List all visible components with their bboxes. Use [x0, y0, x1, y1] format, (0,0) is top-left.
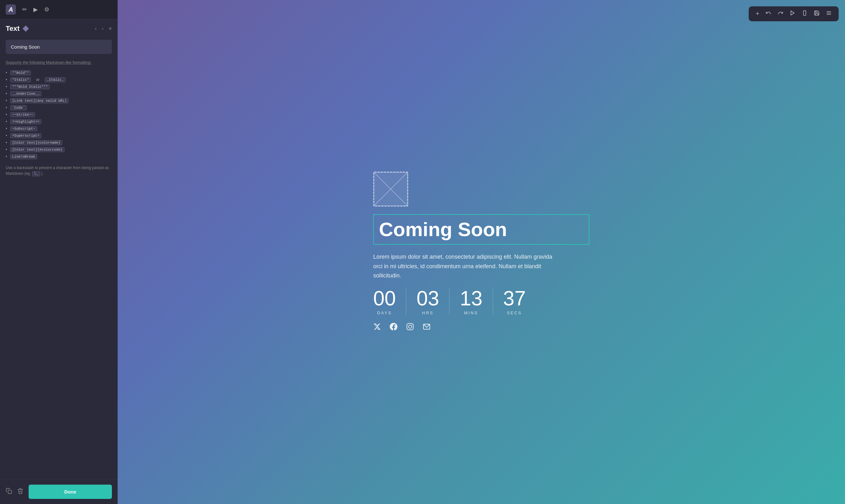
- code-chip: ^Superscript^: [10, 133, 41, 138]
- sidebar: A ✏ ▶ ⚙ Text ‹ › × Supports the followin…: [0, 0, 118, 504]
- description-text: Lorem ipsum dolor sit amet, consectetur …: [373, 252, 558, 281]
- code-chip: __Underline__: [10, 91, 41, 96]
- list-item: [Link text](any valid URL): [6, 98, 112, 103]
- code-chip: ~~Strike~~: [10, 112, 35, 117]
- mobile-preview-button[interactable]: [799, 9, 810, 19]
- next-button[interactable]: ›: [101, 25, 105, 32]
- list-item: __Underline__: [6, 91, 112, 96]
- list-item: ***Bold Italic***: [6, 84, 112, 89]
- redo-button[interactable]: [775, 9, 786, 19]
- text-content-input[interactable]: [6, 40, 112, 54]
- gear-icon[interactable]: ⚙: [44, 6, 49, 13]
- svg-line-8: [374, 172, 408, 206]
- sidebar-topbar: A ✏ ▶ ⚙: [0, 0, 118, 19]
- save-button[interactable]: [811, 9, 822, 19]
- nav-arrows: ‹ › ×: [94, 25, 112, 32]
- list-item: [Color text]{colorname}: [6, 140, 112, 145]
- menu-button[interactable]: [823, 9, 834, 19]
- code-chip: [Color text]{#colorcode}: [10, 147, 64, 152]
- svg-rect-0: [8, 490, 12, 494]
- list-item: `Code`: [6, 105, 112, 110]
- canvas: Coming Soon Lorem ipsum dolor sit amet, …: [118, 0, 845, 504]
- panel-title-text: Text: [6, 24, 20, 33]
- email-icon[interactable]: [423, 323, 430, 332]
- code-chip: ***Bold Italic***: [10, 84, 50, 89]
- delete-icon[interactable]: [17, 488, 23, 496]
- app-logo: A: [6, 4, 16, 15]
- countdown-secs: 37 SECS: [493, 288, 536, 315]
- hrs-label: HRS: [422, 310, 434, 315]
- secs-label: SECS: [507, 310, 522, 315]
- svg-point-11: [412, 325, 412, 325]
- code-chip: ~Subscript~: [10, 126, 37, 131]
- code-chip: **Bold**: [10, 70, 31, 75]
- coming-soon-block[interactable]: Coming Soon: [373, 214, 589, 245]
- placeholder-image[interactable]: [373, 172, 408, 206]
- instagram-icon[interactable]: [406, 323, 414, 332]
- canvas-content: Coming Soon Lorem ipsum dolor sit amet, …: [373, 172, 589, 332]
- twitter-icon[interactable]: [373, 323, 381, 332]
- countdown-mins: 13 MINS: [450, 288, 493, 315]
- prev-button[interactable]: ‹: [94, 25, 98, 32]
- panel-title: Text: [6, 24, 28, 33]
- backslash-code: \_: [32, 171, 40, 176]
- list-item: ==Highlight==: [6, 119, 112, 124]
- hrs-number: 03: [417, 288, 439, 309]
- play-button[interactable]: [787, 9, 798, 19]
- countdown-hrs: 03 HRS: [406, 288, 450, 315]
- panel-header: Text ‹ › ×: [0, 19, 118, 36]
- add-button[interactable]: +: [753, 9, 762, 18]
- mins-label: MINS: [464, 310, 478, 315]
- play-icon-sidebar[interactable]: ▶: [33, 6, 38, 13]
- svg-marker-1: [791, 11, 794, 15]
- svg-rect-9: [407, 324, 413, 330]
- svg-line-7: [374, 172, 408, 206]
- secs-number: 37: [503, 288, 526, 309]
- markdown-list: **Bold** *Italic* or _Italic_ ***Bold It…: [6, 70, 112, 159]
- list-item: **Bold**: [6, 70, 112, 75]
- done-button[interactable]: Done: [29, 485, 112, 499]
- list-item: ~~Strike~~: [6, 112, 112, 117]
- mins-number: 13: [460, 288, 482, 309]
- countdown: 00 DAYS 03 HRS 13 MINS 37 SECS: [373, 288, 536, 315]
- code-chip: *Italic*: [10, 77, 31, 82]
- code-chip: [Link text](any valid URL): [10, 98, 69, 103]
- coming-soon-title: Coming Soon: [379, 219, 584, 240]
- list-item: ^Superscript^: [6, 133, 112, 138]
- code-chip: _Italic_: [45, 77, 66, 82]
- undo-button[interactable]: [763, 9, 774, 19]
- days-number: 00: [373, 288, 396, 309]
- code-chip: [Color text]{colorname}: [10, 140, 62, 145]
- list-item: *Italic* or _Italic_: [6, 77, 112, 82]
- list-item: ~Subscript~: [6, 126, 112, 131]
- top-toolbar: +: [749, 6, 839, 21]
- markdown-hint: Supports the following Markdown-like for…: [6, 60, 112, 66]
- code-chip: `Code`: [10, 105, 27, 110]
- svg-point-10: [408, 325, 412, 328]
- backslash-note: Use a backslash to prevent a character f…: [6, 165, 112, 177]
- close-button[interactable]: ×: [108, 25, 112, 32]
- code-chip: ==Highlight==: [10, 119, 41, 124]
- pen-icon[interactable]: ✏: [22, 6, 27, 13]
- sidebar-footer: Done: [0, 479, 118, 504]
- facebook-icon[interactable]: [390, 323, 398, 332]
- sidebar-content: Supports the following Markdown-like for…: [0, 36, 118, 479]
- list-item: [Color text]{#colorcode}: [6, 147, 112, 152]
- svg-rect-2: [803, 11, 806, 16]
- list-item: Line\nBreak: [6, 154, 112, 159]
- diamond-icon: [22, 25, 29, 32]
- code-chip: Line\nBreak: [10, 154, 37, 159]
- countdown-days: 00 DAYS: [373, 288, 406, 315]
- main-area: +: [118, 0, 845, 504]
- days-label: DAYS: [377, 310, 392, 315]
- social-icons: [373, 323, 430, 332]
- copy-icon[interactable]: [6, 488, 12, 496]
